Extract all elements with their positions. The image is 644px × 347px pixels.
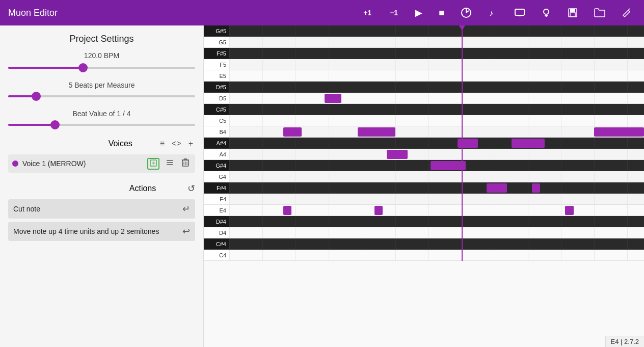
grid-vertical-line [262, 250, 263, 260]
piano-note[interactable] [358, 127, 395, 137]
grid-cell[interactable] [229, 171, 644, 182]
piano-note[interactable] [283, 206, 291, 215]
grid-vertical-line [395, 160, 396, 171]
note-row[interactable]: G5 [204, 37, 644, 48]
action-cut-note[interactable]: Cut note ↵ [8, 199, 195, 219]
note-row[interactable]: D#5 [204, 82, 644, 93]
voices-header: Voices ≡ <> + [8, 138, 195, 149]
piano-note[interactable] [594, 127, 644, 137]
bpm-slider-track[interactable] [8, 67, 195, 69]
note-row[interactable]: C#5 [204, 104, 644, 115]
grid-cell[interactable] [229, 37, 644, 47]
note-row[interactable]: E5 [204, 70, 644, 82]
edit-button[interactable] [618, 6, 636, 20]
play-button[interactable]: ▶ [411, 5, 426, 20]
note-rows-container: G#5G5F#5F5E5D#5D5C#5C5B4A#4A4G#4G4F#4F4E… [204, 25, 644, 347]
piano-note[interactable] [374, 206, 383, 215]
piano-note[interactable] [458, 139, 478, 148]
note-row[interactable]: F#5 [204, 48, 644, 59]
note-button[interactable]: ♪ [484, 6, 502, 20]
note-row[interactable]: C5 [204, 115, 644, 126]
note-row[interactable]: G4 [204, 171, 644, 182]
grid-cell[interactable] [229, 104, 644, 115]
step-minus-button[interactable]: −1 [385, 7, 403, 19]
voice-target-button[interactable] [147, 158, 159, 170]
note-row[interactable]: D4 [204, 227, 644, 238]
note-row[interactable]: F4 [204, 194, 644, 205]
voice-list-button[interactable] [164, 158, 176, 169]
grid-cell[interactable] [229, 59, 644, 70]
bpm-slider-container [8, 63, 195, 73]
sort-voices-button[interactable]: ≡ [158, 138, 167, 149]
note-row[interactable]: A#4 [204, 138, 644, 149]
piano-note[interactable] [387, 150, 408, 159]
beat-value-slider-thumb[interactable] [50, 120, 60, 129]
note-row[interactable]: D5 [204, 93, 644, 104]
add-voice-button[interactable]: + [186, 138, 195, 149]
grid-cell[interactable] [229, 126, 644, 137]
piano-note[interactable] [431, 161, 466, 170]
grid-cell[interactable]: ↖ [229, 205, 644, 216]
grid-cell[interactable] [229, 194, 644, 204]
bpm-slider-thumb[interactable] [78, 63, 88, 72]
screen-button[interactable] [511, 7, 529, 19]
grid-cell[interactable] [229, 70, 644, 81]
action-move-note[interactable]: Move note up 4 time units and up 2 semit… [8, 222, 195, 241]
grid-cell[interactable] [229, 138, 644, 148]
stop-button[interactable]: ■ [435, 6, 448, 20]
grid-cell[interactable] [229, 115, 644, 126]
beat-value-slider-track[interactable] [8, 124, 195, 126]
note-row[interactable]: C4 [204, 250, 644, 261]
note-row[interactable]: F5 [204, 59, 644, 70]
grid-vertical-line [262, 59, 263, 70]
grid-cell[interactable] [229, 93, 644, 103]
save-button[interactable] [564, 6, 582, 20]
note-row[interactable]: F#4 [204, 182, 644, 194]
note-row[interactable]: E4↖ [204, 205, 644, 216]
grid-cell[interactable] [229, 250, 644, 260]
grid-cell[interactable] [229, 48, 644, 59]
folder-button[interactable] [590, 6, 609, 19]
note-row[interactable]: D#4 [204, 216, 644, 227]
screen-icon [515, 9, 525, 17]
note-row[interactable]: B4 [204, 126, 644, 138]
beats-slider-track[interactable] [8, 95, 195, 97]
grid-cell[interactable] [229, 238, 644, 249]
metronome-button[interactable] [457, 5, 476, 20]
grid-vertical-line [262, 216, 263, 227]
piano-note[interactable] [565, 206, 573, 215]
grid-cell[interactable] [229, 82, 644, 92]
history-button[interactable]: ↺ [187, 183, 195, 194]
grid-cell[interactable] [229, 182, 644, 193]
grid-vertical-line [262, 182, 263, 193]
piano-note[interactable] [512, 139, 545, 148]
voice-delete-button[interactable] [180, 157, 191, 170]
piano-note[interactable] [487, 183, 507, 193]
note-row[interactable]: G#4 [204, 160, 644, 171]
grid-cell[interactable] [229, 227, 644, 238]
code-voices-button[interactable]: <> [170, 138, 183, 149]
bulb-button[interactable] [537, 6, 555, 20]
step-plus-button[interactable]: +1 [358, 7, 377, 19]
grid-vertical-line [495, 171, 495, 182]
grid-vertical-line [528, 171, 528, 182]
grid-cell[interactable] [229, 160, 644, 171]
grid-vertical-line [395, 82, 396, 92]
voice-item[interactable]: Voice 1 (MERROW) [8, 154, 195, 173]
piano-roll-inner: G#5G5F#5F5E5D#5D5C#5C5B4A#4A4G#4G4F#4F4E… [204, 25, 644, 347]
beats-slider-thumb[interactable] [32, 92, 41, 101]
note-row[interactable]: C#4 [204, 238, 644, 250]
grid-cell[interactable] [229, 216, 644, 227]
note-row[interactable]: G#5 [204, 25, 644, 37]
grid-vertical-line [229, 238, 230, 249]
grid-vertical-line [594, 149, 595, 159]
piano-note[interactable] [532, 183, 540, 193]
piano-roll[interactable]: G#5G5F#5F5E5D#5D5C#5C5B4A#4A4G#4G4F#4F4E… [204, 25, 644, 347]
note-row[interactable]: A4 [204, 149, 644, 160]
grid-vertical-line [229, 216, 230, 227]
grid-cell[interactable] [229, 25, 644, 36]
piano-note[interactable] [283, 127, 302, 137]
grid-cell[interactable] [229, 149, 644, 159]
grid-vertical-line [561, 48, 561, 59]
piano-note[interactable] [325, 94, 341, 103]
